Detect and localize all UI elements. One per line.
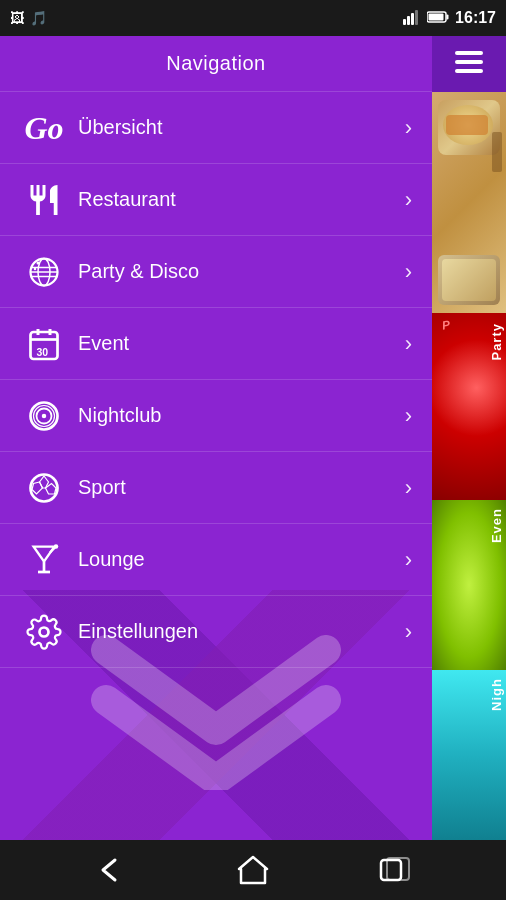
arrow-icon-lounge: › xyxy=(405,547,412,573)
menu-label-ubersicht: Übersicht xyxy=(78,116,405,139)
nigh-card-label: Nigh xyxy=(489,678,504,711)
svg-point-14 xyxy=(34,267,36,269)
home-icon xyxy=(237,855,269,885)
menu-label-nightclub: Nightclub xyxy=(78,404,405,427)
menu-item-ubersicht[interactable]: Go Übersicht › xyxy=(0,92,432,164)
soccer-icon xyxy=(20,464,68,512)
menu-item-party-disco[interactable]: Party & Disco › xyxy=(0,236,432,308)
svg-marker-28 xyxy=(34,546,55,561)
image-status-icon: 🖼 xyxy=(10,10,24,26)
home-button[interactable] xyxy=(228,850,278,890)
menu-item-lounge[interactable]: Lounge › xyxy=(0,524,432,596)
right-panel: P Party Even Nigh xyxy=(432,36,506,840)
go-logo-icon: Go xyxy=(20,104,68,152)
svg-rect-38 xyxy=(387,858,409,880)
menu-item-event[interactable]: 30 Event › xyxy=(0,308,432,380)
svg-marker-26 xyxy=(32,482,43,494)
svg-text:30: 30 xyxy=(37,346,49,358)
recent-apps-icon xyxy=(379,856,411,884)
bookmark-status-icon: 🎵 xyxy=(30,10,47,26)
svg-rect-0 xyxy=(403,19,406,25)
arrow-icon-sport: › xyxy=(405,475,412,501)
arrow-icon-party-disco: › xyxy=(405,259,412,285)
svg-point-12 xyxy=(37,261,40,264)
main-container: Navigation Go Übersicht › Restaurant › xyxy=(0,36,506,840)
back-icon xyxy=(95,856,127,884)
svg-rect-34 xyxy=(455,51,483,55)
svg-rect-2 xyxy=(411,13,414,25)
cocktail-icon xyxy=(20,536,68,584)
bottom-nav xyxy=(0,840,506,900)
signal-icon xyxy=(403,9,421,28)
event-card-label: Even xyxy=(489,508,504,543)
menu-label-sport: Sport xyxy=(78,476,405,499)
nav-panel: Navigation Go Übersicht › Restaurant › xyxy=(0,36,432,840)
menu-item-nightclub[interactable]: Nightclub › xyxy=(0,380,432,452)
svg-point-32 xyxy=(54,544,59,549)
status-time: 16:17 xyxy=(455,9,496,27)
svg-rect-5 xyxy=(447,15,449,20)
svg-rect-37 xyxy=(381,860,401,880)
back-button[interactable] xyxy=(86,850,136,890)
vinyl-icon xyxy=(20,392,68,440)
menu-label-lounge: Lounge xyxy=(78,548,405,571)
svg-point-22 xyxy=(42,413,47,418)
arrow-icon-nightclub: › xyxy=(405,403,412,429)
menu-label-restaurant: Restaurant xyxy=(78,188,405,211)
right-card-restaurant[interactable] xyxy=(432,92,506,313)
fork-knife-icon xyxy=(20,176,68,224)
nav-title: Navigation xyxy=(166,52,266,75)
calendar-icon: 30 xyxy=(20,320,68,368)
arrow-icon-ubersicht: › xyxy=(405,115,412,141)
svg-rect-35 xyxy=(455,60,483,64)
svg-point-13 xyxy=(46,258,48,260)
status-bar: 🖼 🎵 16:17 xyxy=(0,0,506,36)
svg-point-33 xyxy=(40,627,49,636)
menu-label-einstellungen: Einstellungen xyxy=(78,620,405,643)
menu-item-sport[interactable]: Sport › xyxy=(0,452,432,524)
svg-rect-6 xyxy=(429,14,444,21)
menu-item-restaurant[interactable]: Restaurant › xyxy=(0,164,432,236)
hamburger-icon xyxy=(455,51,483,77)
menu-label-event: Event xyxy=(78,332,405,355)
right-card-event[interactable]: Even xyxy=(432,500,506,670)
right-cards: P Party Even Nigh xyxy=(432,92,506,840)
arrow-icon-restaurant: › xyxy=(405,187,412,213)
status-bar-right: 16:17 xyxy=(403,9,496,28)
svg-rect-36 xyxy=(455,69,483,73)
restaurant-image xyxy=(432,92,506,313)
battery-icon xyxy=(427,10,449,26)
recent-apps-button[interactable] xyxy=(370,850,420,890)
nav-header: Navigation xyxy=(0,36,432,92)
hamburger-menu-button[interactable] xyxy=(432,36,506,92)
right-card-party[interactable]: P Party xyxy=(432,313,506,500)
menu-label-party-disco: Party & Disco xyxy=(78,260,405,283)
disco-ball-icon xyxy=(20,248,68,296)
menu-item-einstellungen[interactable]: Einstellungen › xyxy=(0,596,432,668)
arrow-icon-einstellungen: › xyxy=(405,619,412,645)
settings-icon xyxy=(20,608,68,656)
svg-rect-1 xyxy=(407,16,410,25)
status-bar-left: 🖼 🎵 xyxy=(10,10,47,26)
arrow-icon-event: › xyxy=(405,331,412,357)
right-card-nigh[interactable]: Nigh xyxy=(432,670,506,840)
svg-rect-3 xyxy=(415,10,418,25)
party-card-label: Party xyxy=(489,323,504,361)
